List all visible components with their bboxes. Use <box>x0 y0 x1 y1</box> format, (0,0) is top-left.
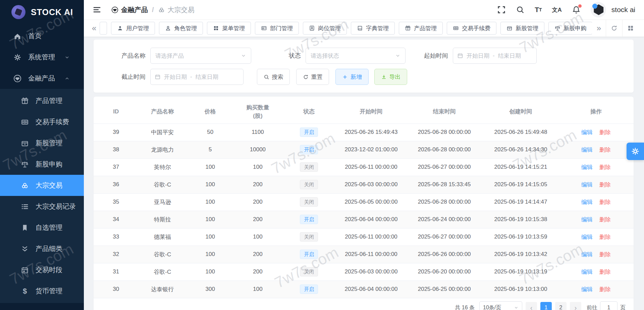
tab-partial[interactable] <box>100 22 107 35</box>
delete-link[interactable]: 删除 <box>599 129 611 136</box>
tab-item[interactable]: 产品管理 <box>399 22 443 35</box>
delete-link[interactable]: 删除 <box>599 234 611 240</box>
edit-link[interactable]: 编辑 <box>581 251 593 258</box>
calendar-icon <box>457 53 463 59</box>
edit-link[interactable]: 编辑 <box>581 182 593 188</box>
delete-link[interactable]: 删除 <box>599 199 611 205</box>
delete-link[interactable]: 删除 <box>599 164 611 170</box>
reset-button[interactable]: 重置 <box>296 69 329 85</box>
table-cell: 100 <box>234 280 282 298</box>
tab-item[interactable]: 用户管理 <box>111 22 155 35</box>
gear-icon <box>13 53 21 61</box>
delete-link[interactable]: 删除 <box>599 147 611 153</box>
tab-item[interactable]: 新股申购 <box>548 22 592 35</box>
start-time-daterange[interactable]: 开始日期 - 结束日期 <box>453 48 537 64</box>
sidebar-subitem[interactable]: 新股申购 <box>0 154 84 175</box>
delete-link[interactable]: 删除 <box>599 286 611 293</box>
status-select[interactable]: 请选择状态 <box>306 48 406 64</box>
table-cell: 2026-06-28 00:00:00 <box>406 141 483 158</box>
tabs-scroll-left-icon[interactable]: « <box>89 24 99 32</box>
table-cell: 100 <box>186 211 234 228</box>
add-button[interactable]: 新增 <box>335 69 369 85</box>
table-cell: 中国平安 <box>139 123 186 141</box>
sidebar-item[interactable]: 系统管理 <box>0 47 84 68</box>
page-number-button[interactable]: 2 <box>555 302 567 310</box>
refresh-icon[interactable] <box>606 20 622 37</box>
table-row: 31谷歌-C100200关闭2025-06-03 00:00:002025-06… <box>94 263 634 280</box>
column-header: 产品名称 <box>139 101 186 123</box>
chevron-down-icon <box>395 53 400 58</box>
tab-item[interactable]: 角色管理 <box>159 22 203 35</box>
tab-label: 交易手续费 <box>462 24 490 32</box>
tab-item[interactable]: 菜单管理 <box>207 22 251 35</box>
sidebar-subitem-active[interactable]: 大宗交易 <box>0 175 84 196</box>
edit-link[interactable]: 编辑 <box>581 164 593 170</box>
page-number-button[interactable]: 1 <box>540 302 552 310</box>
page-size-select[interactable]: 10条/页 <box>479 301 522 310</box>
sidebar-item[interactable]: 首页 <box>0 25 84 47</box>
user-name[interactable]: stock ai <box>611 6 635 14</box>
delete-link[interactable]: 删除 <box>599 216 611 223</box>
gem-icon <box>13 74 21 83</box>
edit-link[interactable]: 编辑 <box>581 147 593 153</box>
plus-icon <box>342 74 348 80</box>
layout-grid-icon[interactable] <box>622 20 639 37</box>
table-body: 39中国平安501100开启2025-06-26 15:49:432025-06… <box>94 123 634 298</box>
notification-bell-icon[interactable] <box>572 5 581 14</box>
translate-icon[interactable]: 文A <box>552 5 562 14</box>
hamburger-icon[interactable] <box>93 5 101 14</box>
font-size-icon[interactable]: TT <box>535 5 542 14</box>
tab-item[interactable]: 岗位管理 <box>303 22 347 35</box>
chevron-down-icon <box>514 305 519 310</box>
table-cell: 2025-06-04 00:00:00 <box>336 280 406 298</box>
search-icon[interactable] <box>516 5 525 14</box>
edit-link[interactable]: 编辑 <box>581 129 593 136</box>
end-time-daterange[interactable]: 开始日期 - 结束日期 <box>150 69 244 85</box>
prev-page-button[interactable]: ‹ <box>526 302 537 310</box>
fullscreen-icon[interactable] <box>497 5 506 14</box>
sidebar-subitem[interactable]: 新股管理 <box>0 133 84 154</box>
refresh-icon <box>303 74 309 80</box>
settings-fab[interactable] <box>627 143 644 160</box>
goto-page-input[interactable] <box>600 301 618 310</box>
sidebar-subitem[interactable]: 产品细类 <box>0 238 84 259</box>
sidebar-subitem[interactable]: 交易时段 <box>0 259 84 280</box>
sidebar-subitem[interactable]: 大宗交易记录 <box>0 196 84 217</box>
tab-item[interactable]: 交易手续费 <box>447 22 496 35</box>
delete-link[interactable]: 删除 <box>599 251 611 258</box>
sidebar-item[interactable]: 金融产品 <box>0 68 84 89</box>
tab-item[interactable]: 字典管理 <box>351 22 395 35</box>
delete-link[interactable]: 删除 <box>599 182 611 188</box>
table-cell: 2023-12-02 01:00:00 <box>336 141 406 158</box>
table-cell: 2025-06-27 00:00:00 <box>406 228 483 246</box>
sidebar-subitem[interactable]: 交易手续费 <box>0 111 84 133</box>
edit-link[interactable]: 编辑 <box>581 234 593 240</box>
sidebar-subitem[interactable]: 自选管理 <box>0 217 84 238</box>
breadcrumb-separator: / <box>152 6 154 14</box>
table-cell-actions: 编辑删除 <box>558 176 634 193</box>
goto-label: 前往 <box>587 304 597 310</box>
avatar[interactable] <box>591 2 606 17</box>
tab-item[interactable]: 部门管理 <box>255 22 299 35</box>
export-button[interactable]: 导出 <box>374 69 407 85</box>
biohazard-icon <box>21 182 29 190</box>
product-select[interactable]: 请选择产品 <box>150 48 251 64</box>
tab-item[interactable]: 新股管理 <box>500 22 544 35</box>
edit-link[interactable]: 编辑 <box>581 199 593 205</box>
next-page-button[interactable]: › <box>570 302 581 310</box>
sidebar-item-label: 首页 <box>28 32 42 41</box>
sidebar-subitem[interactable]: 产品管理 <box>0 90 84 111</box>
table-header-row: ID产品名称价格购买数量(股)状态开始时间结束时间创建时间操作 <box>94 101 634 123</box>
tabs-scroll-right-icon[interactable]: » <box>592 20 606 37</box>
delete-link[interactable]: 删除 <box>599 269 611 275</box>
search-button[interactable]: 搜索 <box>257 69 290 85</box>
edit-link[interactable]: 编辑 <box>581 269 593 275</box>
breadcrumb-parent[interactable]: 金融产品 <box>111 5 148 14</box>
column-header: 操作 <box>558 101 634 123</box>
edit-link[interactable]: 编辑 <box>581 216 593 223</box>
dollar-icon: $ <box>21 287 29 295</box>
table-row: 35亚马逊100200关闭2025-06-05 00:00:002025-06-… <box>94 193 634 211</box>
sidebar-subitem[interactable]: $货币管理 <box>0 280 84 302</box>
user-icon <box>117 25 123 31</box>
edit-link[interactable]: 编辑 <box>581 286 593 293</box>
